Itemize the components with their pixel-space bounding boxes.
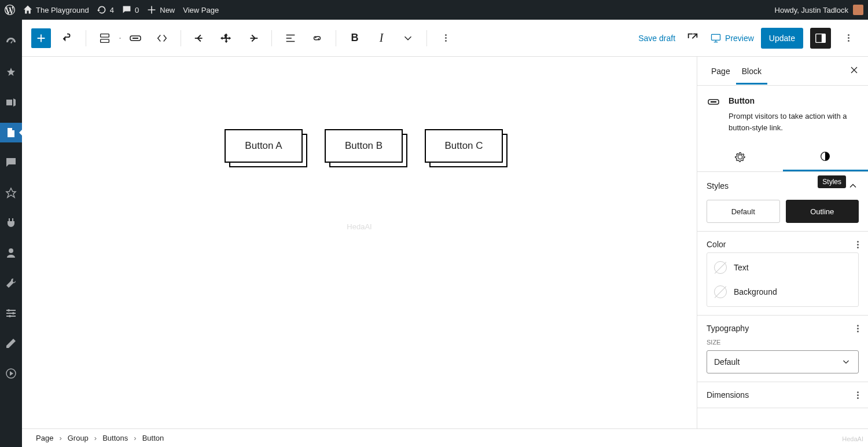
menu-pin[interactable] bbox=[0, 63, 22, 82]
svg-rect-4 bbox=[101, 34, 109, 37]
preview-button[interactable]: Preview bbox=[710, 32, 754, 44]
svg-rect-8 bbox=[195, 38, 203, 39]
chevron-down-icon bbox=[841, 357, 851, 367]
crumb-button[interactable]: Button bbox=[142, 434, 164, 442]
view-page-link[interactable]: View Page bbox=[183, 6, 219, 14]
desktop-icon bbox=[710, 32, 722, 44]
svg-rect-14 bbox=[711, 101, 716, 102]
more-format-button[interactable] bbox=[398, 28, 418, 49]
move-left-button[interactable] bbox=[189, 28, 210, 49]
update-button[interactable]: Update bbox=[761, 28, 803, 49]
crumb-group[interactable]: Group bbox=[68, 434, 89, 442]
svg-rect-5 bbox=[101, 39, 109, 42]
wp-logo[interactable] bbox=[5, 5, 15, 15]
save-draft-button[interactable]: Save draft bbox=[638, 34, 675, 43]
comments-link[interactable]: 0 bbox=[122, 5, 139, 14]
block-breadcrumb: Page Group Buttons Button bbox=[22, 428, 868, 447]
svg-rect-10 bbox=[712, 34, 720, 40]
color-options-button[interactable] bbox=[857, 241, 859, 248]
avatar[interactable] bbox=[853, 5, 863, 15]
dimensions-panel-head[interactable]: Dimensions bbox=[707, 390, 859, 400]
block-inserter-button[interactable] bbox=[31, 28, 51, 48]
new-label: New bbox=[160, 6, 175, 14]
size-select[interactable]: Default bbox=[707, 350, 859, 373]
svg-rect-9 bbox=[250, 38, 258, 39]
comment-icon bbox=[122, 5, 131, 14]
button-a[interactable]: Button A bbox=[225, 129, 303, 163]
svg-point-2 bbox=[9, 315, 11, 317]
comments-count: 0 bbox=[135, 6, 139, 14]
menu-edit[interactable] bbox=[0, 334, 22, 353]
dimensions-options-button[interactable] bbox=[857, 391, 859, 399]
button-c[interactable]: Button C bbox=[425, 129, 503, 163]
menu-play[interactable] bbox=[0, 364, 22, 383]
home-icon bbox=[23, 5, 32, 14]
block-group-button[interactable] bbox=[94, 28, 115, 49]
close-sidebar-button[interactable] bbox=[848, 64, 860, 78]
editor-options-button[interactable] bbox=[838, 28, 859, 49]
button-block-icon bbox=[707, 95, 720, 109]
color-background-button[interactable]: Background bbox=[714, 280, 851, 304]
color-panel-head: Color bbox=[707, 240, 859, 249]
block-name: Button bbox=[729, 95, 859, 107]
admin-bar: The Playground 4 0 New View Page Howdy, … bbox=[0, 0, 868, 20]
styles-tooltip: Styles bbox=[818, 175, 846, 188]
block-nav-button[interactable] bbox=[152, 28, 172, 49]
menu-users[interactable] bbox=[0, 243, 22, 263]
size-label: Size bbox=[707, 339, 859, 346]
subtab-styles[interactable] bbox=[783, 142, 869, 171]
crumb-page[interactable]: Page bbox=[36, 434, 53, 442]
menu-pages[interactable] bbox=[0, 123, 22, 142]
italic-button[interactable]: I bbox=[371, 28, 392, 49]
svg-point-0 bbox=[8, 309, 10, 312]
bold-button[interactable]: B bbox=[344, 28, 365, 49]
typography-options-button[interactable] bbox=[857, 325, 859, 332]
editor-toolbar: · B I Save draft Preview Update bbox=[22, 20, 868, 57]
menu-plugins[interactable] bbox=[0, 213, 22, 233]
styles-panel-toggle[interactable]: Styles Styles bbox=[707, 180, 859, 192]
toolbar-dot: · bbox=[119, 32, 122, 44]
crumb-buttons[interactable]: Buttons bbox=[102, 434, 128, 442]
color-text-button[interactable]: Text bbox=[714, 255, 851, 280]
editor-canvas[interactable]: Button A Button B Button C HedaAI bbox=[22, 57, 697, 428]
contrast-icon bbox=[819, 150, 832, 163]
menu-dashboard[interactable] bbox=[0, 32, 22, 52]
site-link[interactable]: The Playground bbox=[23, 5, 89, 14]
settings-toggle-button[interactable] bbox=[810, 28, 831, 49]
tab-block[interactable]: Block bbox=[736, 58, 767, 85]
howdy-text[interactable]: Howdy, Justin Tadlock bbox=[775, 6, 848, 14]
refresh-icon bbox=[97, 5, 106, 14]
updates-count: 4 bbox=[110, 6, 114, 14]
menu-appearance[interactable] bbox=[0, 183, 22, 203]
block-button-type[interactable] bbox=[125, 28, 146, 49]
gear-icon bbox=[734, 151, 746, 163]
tab-page[interactable]: Page bbox=[705, 58, 736, 84]
style-outline[interactable]: Outline bbox=[786, 200, 859, 223]
empty-swatch-icon bbox=[714, 285, 727, 298]
updates-link[interactable]: 4 bbox=[97, 5, 114, 14]
menu-media[interactable] bbox=[0, 93, 22, 112]
typography-panel-head: Typography bbox=[707, 324, 859, 333]
block-options-button[interactable] bbox=[435, 28, 456, 49]
menu-settings[interactable] bbox=[0, 303, 22, 323]
button-b[interactable]: Button B bbox=[325, 129, 403, 163]
open-new-tab-button[interactable] bbox=[682, 28, 703, 49]
align-button[interactable] bbox=[280, 28, 301, 49]
admin-menu bbox=[0, 20, 22, 447]
style-default[interactable]: Default bbox=[707, 200, 780, 223]
footer-watermark: HedaAI bbox=[842, 435, 863, 442]
menu-comments[interactable] bbox=[0, 153, 22, 173]
link-button[interactable] bbox=[307, 28, 328, 49]
menu-tools[interactable] bbox=[0, 273, 22, 293]
drag-handle[interactable] bbox=[216, 28, 237, 49]
new-link[interactable]: New bbox=[147, 5, 175, 14]
svg-point-1 bbox=[12, 312, 14, 314]
site-name: The Playground bbox=[36, 6, 89, 14]
subtab-settings[interactable] bbox=[697, 142, 783, 171]
empty-swatch-icon bbox=[714, 261, 727, 274]
undo-button[interactable] bbox=[57, 28, 78, 49]
watermark: HedaAI bbox=[347, 222, 372, 231]
move-right-button[interactable] bbox=[242, 28, 263, 49]
settings-sidebar: Page Block Button Prompt visitors to tak… bbox=[697, 57, 868, 428]
chevron-up-icon bbox=[847, 180, 859, 192]
